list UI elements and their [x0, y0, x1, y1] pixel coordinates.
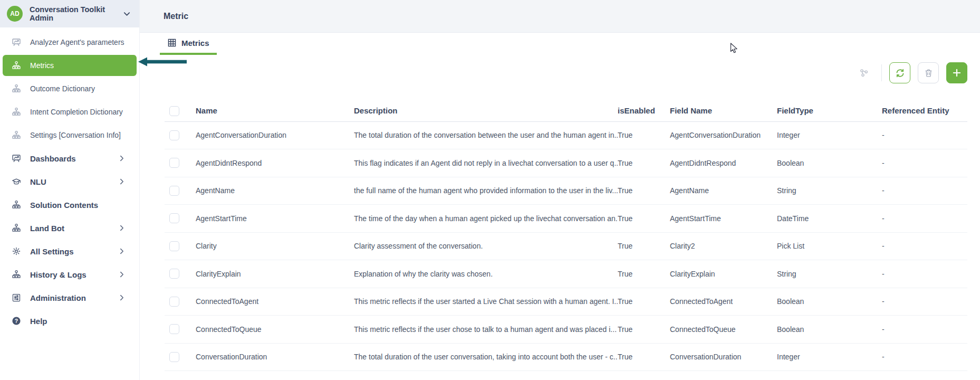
chevron-down-icon [123, 10, 131, 18]
cell-description: the full name of the human agent who pro… [354, 177, 618, 205]
table-row[interactable]: AgentName the full name of the human age… [165, 177, 967, 205]
row-checkbox[interactable] [169, 158, 179, 168]
presentation-chart-icon [12, 37, 21, 47]
table-row[interactable]: Clarity Clarity assessment of the conver… [165, 232, 967, 260]
metrics-table: Name Description isEnabled Field Name Fi… [165, 100, 967, 371]
workspace-switcher[interactable]: AD Conversation Toolkit Admin [0, 0, 139, 27]
cell-fieldtype: Pick List [777, 232, 882, 260]
cell-fieldname: AgentName [670, 177, 777, 205]
cell-fieldtype: Boolean [777, 288, 882, 316]
sidebar-item-settings-conversation-info[interactable]: Settings [Conversation Info] [0, 124, 139, 147]
cell-referenced-entity: - [882, 316, 967, 344]
sidebar-item-metrics[interactable]: Metrics [3, 55, 137, 76]
sitemap-icon [12, 200, 21, 210]
toolbar [140, 55, 980, 91]
sidebar-item-outcome-dictionary[interactable]: Outcome Dictionary [0, 77, 139, 100]
tab-metrics[interactable]: Metrics [160, 33, 217, 55]
cell-referenced-entity: - [882, 177, 967, 205]
row-checkbox[interactable] [169, 352, 179, 362]
row-checkbox[interactable] [169, 324, 179, 334]
cell-isenabled: True [618, 316, 670, 344]
cell-isenabled: True [618, 232, 670, 260]
column-header-referenced-entity: Referenced Entity [882, 100, 967, 121]
cell-referenced-entity: - [882, 288, 967, 316]
column-header-name: Name [196, 100, 354, 121]
cell-fieldname: AgentStartTime [670, 205, 777, 233]
page-title: Metric [164, 12, 188, 21]
refresh-button[interactable] [889, 62, 910, 83]
chevron-right-icon [118, 178, 126, 185]
presentation-chart-icon [12, 154, 21, 163]
network-icon[interactable] [859, 68, 869, 78]
cell-referenced-entity: - [882, 232, 967, 260]
cell-isenabled: True [618, 343, 670, 371]
sidebar-item-help[interactable]: ? Help [0, 309, 139, 332]
row-checkbox[interactable] [169, 241, 179, 251]
sidebar-item-solution-contents[interactable]: Solution Contents [0, 193, 139, 216]
column-header-fieldname: Field Name [670, 100, 777, 121]
table-row[interactable]: ConversationDuration The total duration … [165, 343, 967, 371]
table-row[interactable]: AgentConversationDuration The total dura… [165, 121, 967, 149]
row-checkbox[interactable] [169, 213, 179, 223]
chevron-right-icon [118, 294, 126, 301]
column-header-fieldtype: FieldType [777, 100, 882, 121]
page-header: Metric [140, 0, 980, 33]
row-checkbox[interactable] [169, 297, 179, 307]
sitemap-icon [12, 130, 21, 140]
sidebar-item-administration[interactable]: Administration [0, 286, 139, 309]
cell-name: Clarity [196, 232, 354, 260]
graduation-cap-icon [12, 177, 21, 186]
cell-name: ConnectedToQueue [196, 316, 354, 344]
tabstrip: Metrics [160, 33, 980, 55]
cell-description: Explanation of why the clarity was chose… [354, 260, 618, 288]
sidebar-item-nlu[interactable]: NLU [0, 170, 139, 193]
sidebar-item-intent-completion-dictionary[interactable]: Intent Completion Dictionary [0, 100, 139, 124]
delete-button[interactable] [918, 62, 939, 83]
sidebar-item-all-settings[interactable]: All Settings [0, 240, 139, 263]
cell-description: This metric reflects if the user chose t… [354, 316, 618, 344]
row-checkbox[interactable] [169, 186, 179, 196]
cell-isenabled: True [618, 177, 670, 205]
table-row[interactable]: ClarityExplain Explanation of why the cl… [165, 260, 967, 288]
table-row[interactable]: AgentStartTime The time of the day when … [165, 205, 967, 233]
cell-fieldtype: Boolean [777, 316, 882, 344]
row-checkbox[interactable] [169, 269, 179, 279]
sitemap-icon [12, 223, 21, 233]
select-all-checkbox[interactable] [169, 106, 179, 116]
sidebar-item-history-logs[interactable]: History & Logs [0, 263, 139, 286]
chevron-right-icon [118, 155, 126, 162]
sidebar-item-dashboards[interactable]: Dashboards [0, 147, 139, 170]
main-content: Metric Metrics [140, 0, 980, 380]
table-row[interactable]: ConnectedToQueue This metric reflects if… [165, 316, 967, 344]
sidebar-item-land-bot[interactable]: Land Bot [0, 216, 139, 240]
cell-fieldtype: String [777, 177, 882, 205]
cell-fieldname: ClarityExplain [670, 260, 777, 288]
cell-fieldname: ConnectedToQueue [670, 316, 777, 344]
table-row[interactable]: AgentDidntRespond This flag indicates if… [165, 149, 967, 177]
cell-isenabled: True [618, 121, 670, 149]
cell-name: AgentName [196, 177, 354, 205]
cell-isenabled: True [618, 288, 670, 316]
cell-name: ClarityExplain [196, 260, 354, 288]
cell-description: The total duration of the conversation b… [354, 121, 618, 149]
sitemap-icon [12, 270, 21, 279]
cell-name: AgentDidntRespond [196, 149, 354, 177]
sidebar-item-analyzer-agent-s-parameters[interactable]: Analyzer Agent's parameters [0, 31, 139, 54]
app-title: Conversation Toolkit Admin [30, 5, 116, 22]
cell-referenced-entity: - [882, 260, 967, 288]
cell-referenced-entity: - [882, 343, 967, 371]
cell-fieldname: AgentDidntRespond [670, 149, 777, 177]
cell-fieldtype: DateTime [777, 205, 882, 233]
cell-referenced-entity: - [882, 149, 967, 177]
cell-description: The time of the day when a human agent p… [354, 205, 618, 233]
chevron-right-icon [118, 224, 126, 232]
chevron-right-icon [118, 248, 126, 255]
add-button[interactable] [946, 62, 967, 83]
question-circle-icon: ? [12, 316, 21, 326]
cell-fieldname: ConversationDuration [670, 343, 777, 371]
cell-fieldname: ConnectedToAgent [670, 288, 777, 316]
sidebar: AD Conversation Toolkit Admin Analyzer A… [0, 0, 140, 380]
row-checkbox[interactable] [169, 130, 179, 140]
cell-fieldtype: String [777, 260, 882, 288]
table-row[interactable]: ConnectedToAgent This metric reflects if… [165, 288, 967, 316]
